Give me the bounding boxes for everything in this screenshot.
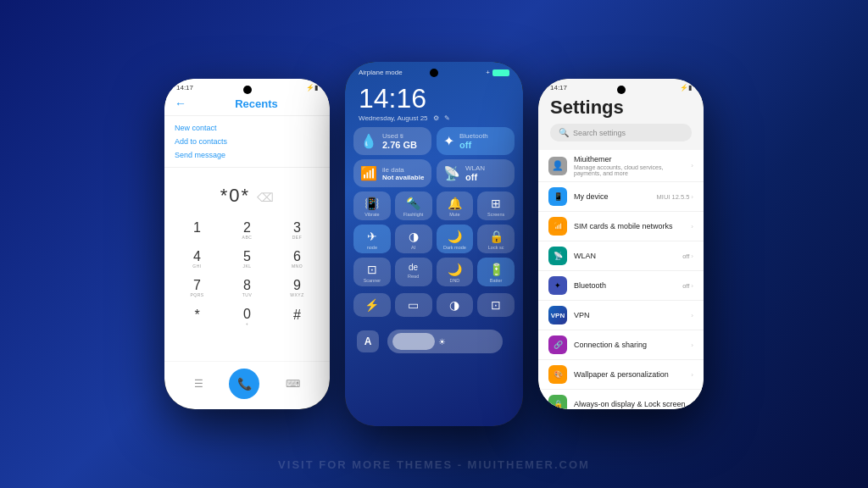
dialpad-icon[interactable]: ⌨ [286,378,300,390]
cc-btn-cast[interactable]: ▭ [395,293,432,317]
settings-item-bluetooth[interactable]: ✦ Bluetooth off › [538,271,704,301]
search-bar[interactable]: 🔍 Search settings [550,124,692,141]
cc-btn-battery[interactable]: 🔋 Batter [477,258,515,286]
cc-a-button[interactable]: A [357,330,379,352]
key-star[interactable]: * [173,303,221,330]
cc-btn-lockscreen[interactable]: 🔒 Lock sc [477,225,515,253]
key-2[interactable]: 2 ABC [223,217,271,244]
cc-tile-mobiledata[interactable]: 📶 ile data Not available [353,159,431,187]
cc-tile-wlan[interactable]: 📡 WLAN off [437,159,515,187]
search-placeholder: Search settings [573,129,626,137]
battery-indicator [492,69,509,76]
key-7[interactable]: 7 PQRS [173,274,221,302]
time-left: 14:17 [176,84,193,92]
cc-icons-grid-1: 📳 Vibrate 🔦 Flashlight 🔔 Mute ⊞ Screens [345,191,523,220]
chevron-icon-wallpaper: › [691,371,693,379]
menu-send-message[interactable]: Send message [175,148,320,162]
cc-btn-vibrate[interactable]: 📳 Vibrate [353,191,391,220]
cc-btn-darkmode[interactable]: 🌙 Dark mode [437,225,474,253]
menu-icon[interactable]: ☰ [194,378,203,390]
edit-icon[interactable]: ✎ [444,114,450,122]
settings-item-miuithemer[interactable]: 👤 Miuithemer Manage accounts, cloud serv… [538,150,704,182]
wlan-settings-icon: 📡 [548,247,567,265]
plus-icon: + [486,69,490,76]
cc-btn-airplane[interactable]: ✈ node [353,225,391,253]
cc-btn-dnd[interactable]: 🌙 DND [437,258,474,286]
cc-btn-mute[interactable]: 🔔 Mute [437,191,474,220]
settings-icon[interactable]: ⚙ [433,114,439,122]
settings-item-vpn[interactable]: VPN VPN › [538,301,704,330]
cc-icons-grid-4: ⚡ ▭ ◑ ⊡ [345,293,523,317]
key-hash[interactable]: # [273,303,321,330]
settings-item-mydevice[interactable]: 📱 My device MIUI 12.5.5 › [538,182,704,212]
cc-tile-data[interactable]: 💧 Used ti 2.76 GB [353,127,431,155]
screen-right: 14:17 ⚡▮ Settings 🔍 Search settings 👤 Mi… [538,79,704,409]
menu-new-contact[interactable]: New contact [175,121,320,135]
cc-btn-grid[interactable]: ⊡ [477,293,515,317]
key-6[interactable]: 6 MNO [273,246,321,273]
cc-brightness-slider[interactable]: ☀ [387,330,503,353]
bluetooth-right: off › [682,282,693,290]
chevron-icon-sim: › [691,223,693,230]
mydevice-title: My device [574,192,657,201]
cc-btn-ai[interactable]: ◑ AI [395,225,432,253]
chevron-icon: › [691,162,693,169]
mydevice-icon: 📱 [548,187,567,206]
key-5[interactable]: 5 JKL [223,246,271,273]
settings-item-aod[interactable]: 🔒 Always-on display & Lock screen › [538,390,704,409]
miuithemer-icon: 👤 [548,157,567,175]
phone-center: Airplane mode + 14:16 Wednesday, August … [345,62,523,426]
cc-tile-bluetooth[interactable]: ✦ Bluetooth off [437,127,515,155]
settings-item-wallpaper[interactable]: 🎨 Wallpaper & personalization › [538,360,704,390]
settings-item-sim[interactable]: 📶 SIM cards & mobile networks › [538,212,704,241]
cc-btn-read[interactable]: de Read [395,258,432,286]
cc-date: Wednesday, August 25 ⚙ ✎ [345,114,523,127]
cc-btn-flashlight[interactable]: 🔦 Flashlight [395,191,432,220]
key-4[interactable]: 4 GHI [173,246,221,273]
settings-item-connection[interactable]: 🔗 Connection & sharing › [538,330,704,360]
cc-btn-flash[interactable]: ⚡ [353,293,391,317]
chevron-icon-connection: › [691,341,693,349]
dialer-bottom: ☰ 📞 ⌨ [164,361,330,409]
vpn-icon: VPN [548,306,567,324]
cc-battery-icons: + [486,69,509,76]
key-3[interactable]: 3 DEF [273,217,321,244]
data-value: 2.76 GB [382,140,417,150]
sun-icon: ☀ [438,337,446,347]
wallpaper-title: Wallpaper & personalization [574,370,691,379]
wlan-right: off › [682,252,693,260]
data-icon: 💧 [360,133,377,149]
phone-right: 14:17 ⚡▮ Settings 🔍 Search settings 👤 Mi… [538,79,704,409]
chevron-icon-bluetooth: › [691,282,693,290]
time-right: 14:17 [550,84,567,92]
key-9[interactable]: 9 WXYZ [273,274,321,302]
connection-title: Connection & sharing [574,341,691,349]
mobiledata-label: ile data [382,166,424,174]
miuithemer-sub: Manage accounts, cloud services, payment… [574,164,691,176]
cc-btn-scanner[interactable]: ⊡ Scanner [353,258,391,286]
wlan-title: WLAN [574,252,682,260]
cc-btn-nfc[interactable]: ◑ [437,293,474,317]
chevron-icon-wlan: › [691,252,693,260]
punch-hole-left [243,86,252,94]
bluetooth-settings-icon: ✦ [548,276,567,295]
punch-hole-right [617,86,626,94]
airplane-mode-label: Airplane mode [359,69,403,76]
key-8[interactable]: 8 TUV [223,274,271,302]
key-1[interactable]: 1 [173,217,221,244]
dial-number: *0* [220,185,250,207]
menu-add-contacts[interactable]: Add to contacts [175,135,320,148]
miuithemer-title: Miuithemer [574,155,691,164]
punch-hole-center [430,69,438,77]
cc-icons-grid-2: ✈ node ◑ AI 🌙 Dark mode 🔒 Lock sc [345,225,523,253]
cc-btn-screens[interactable]: ⊞ Screens [477,191,515,220]
call-button[interactable]: 📞 [229,369,259,399]
key-0[interactable]: 0 + [223,303,271,330]
bluetooth-icon: ✦ [443,133,454,149]
keypad: 1 2 ABC 3 DEF 4 GHI [173,217,321,330]
back-arrow-icon[interactable]: ← [175,97,186,110]
sim-icon: 📶 [548,217,567,236]
backspace-icon[interactable]: ⌫ [257,191,274,204]
settings-list: 👤 Miuithemer Manage accounts, cloud serv… [538,150,704,409]
settings-item-wlan[interactable]: 📡 WLAN off › [538,241,704,271]
